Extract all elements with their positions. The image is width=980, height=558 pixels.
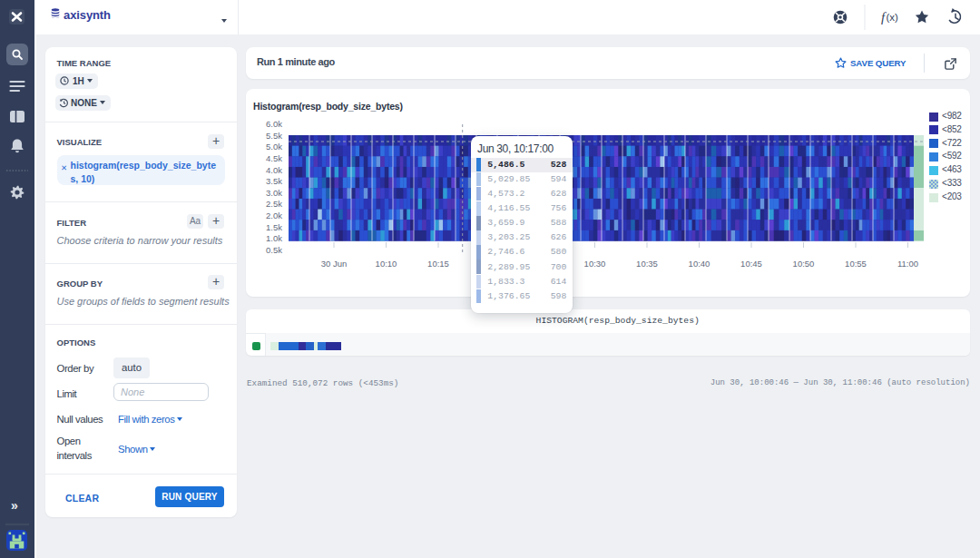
- svg-text:10:30: 10:30: [584, 259, 606, 269]
- svg-text:10:10: 10:10: [376, 259, 397, 269]
- svg-text:2.5k: 2.5k: [266, 199, 282, 209]
- svg-text:5.5k: 5.5k: [266, 131, 282, 141]
- svg-text:5.0k: 5.0k: [266, 142, 282, 152]
- svg-text:3.0k: 3.0k: [266, 188, 282, 198]
- svg-text:»: »: [11, 498, 18, 513]
- svg-text:1.0k: 1.0k: [266, 233, 282, 243]
- svg-text:10:45: 10:45: [740, 259, 762, 269]
- svg-text:2.0k: 2.0k: [266, 210, 282, 220]
- svg-text:1.5k: 1.5k: [266, 222, 282, 232]
- svg-text:6.0k: 6.0k: [266, 119, 282, 129]
- svg-text:3.5k: 3.5k: [266, 176, 282, 186]
- svg-text:11:00: 11:00: [897, 259, 918, 269]
- svg-text:10:15: 10:15: [427, 259, 449, 269]
- svg-text:10:35: 10:35: [636, 259, 658, 269]
- svg-text:0.5k: 0.5k: [266, 245, 282, 255]
- svg-text:10:40: 10:40: [689, 259, 710, 269]
- svg-text:10:55: 10:55: [845, 259, 867, 269]
- svg-text:(x): (x): [887, 12, 899, 23]
- svg-text:10:50: 10:50: [793, 259, 815, 269]
- svg-text:4.0k: 4.0k: [266, 165, 282, 175]
- svg-text:4.5k: 4.5k: [266, 153, 282, 163]
- svg-text:30 Jun: 30 Jun: [321, 259, 348, 269]
